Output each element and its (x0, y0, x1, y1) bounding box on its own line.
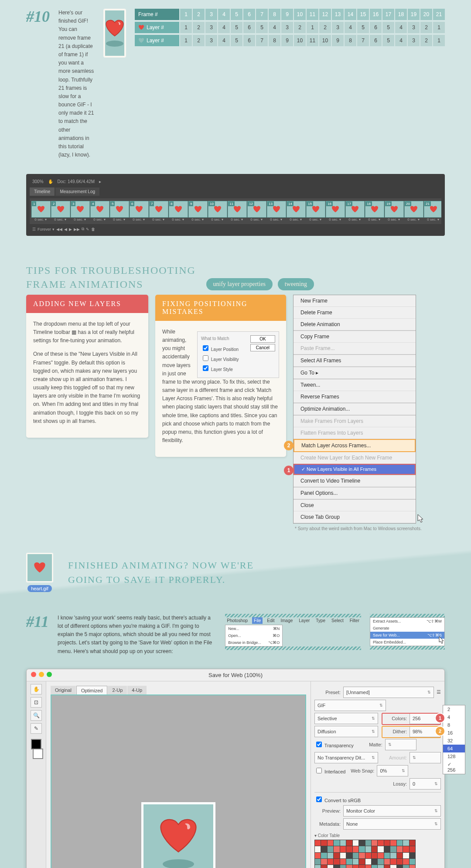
transp-dither-select[interactable]: No Transparency Dit... (314, 752, 378, 763)
tag-tweening: tweening (278, 278, 314, 290)
tab-4up[interactable]: 4-Up (127, 686, 147, 695)
cursor-icon (438, 636, 447, 644)
reduction-select[interactable]: Selective (314, 713, 378, 724)
tab-2up[interactable]: 2-Up (108, 686, 127, 695)
photoshop-timeline: 300%✋Doc: 149.6K/4.42M▸ TimelineMeasurem… (26, 174, 445, 236)
background-swatch[interactable] (33, 749, 43, 759)
finished-heading: FINISHED ANIMATING? NOW WE'RE GOING TO S… (68, 558, 254, 587)
hand-tool[interactable]: ✋ (31, 684, 42, 694)
preview-select[interactable]: Monitor Color (343, 805, 441, 817)
screenshot-note: * Sorry about the weird switch from Mac … (293, 524, 423, 531)
cursor-icon (416, 514, 426, 523)
heart-icon (34, 562, 46, 573)
heart-icon (159, 818, 198, 854)
ok-button[interactable]: OK (250, 335, 275, 343)
tab-timeline[interactable]: Timeline (30, 187, 55, 196)
match-layer-panel: OKCancel What to Match Layer Position La… (197, 331, 279, 378)
color-table-grid[interactable] (314, 840, 416, 868)
step11-text: I know 'saving your work' seems really b… (58, 614, 216, 656)
srgb-check[interactable]: Convert to sRGB (314, 795, 361, 803)
lossy-input[interactable]: 0 (410, 778, 441, 790)
interlaced-check[interactable]: Interlaced (314, 766, 345, 775)
card-fixing-positioning: FIXING POSITIONING MISTAKES OKCancel Wha… (155, 295, 286, 457)
heart-gif-chip: heart.gif (26, 553, 53, 592)
preset-select[interactable]: [Unnamed] (343, 687, 434, 698)
transparency-check[interactable]: Transparency (314, 740, 354, 749)
colors-flyout[interactable]: 248163264128✓ 256 (443, 705, 465, 774)
tag-unify: unify layer properties (206, 278, 273, 290)
timeline-context-menu[interactable]: New FrameDelete FrameDelete AnimationCop… (293, 295, 416, 524)
tab-measurement[interactable]: Measurement Log (55, 187, 99, 196)
save-for-web-dialog: Save for Web (100%) ✋ ⊡ 🔍 ✎ Original Opt… (26, 669, 445, 868)
eyedropper-tool[interactable]: ✎ (31, 723, 42, 734)
step10-text: Here's our finished GIF! You can remove … (58, 9, 95, 159)
zoom-tool[interactable]: 🔍 (31, 710, 42, 721)
heart-icon (105, 20, 124, 37)
photoshop-menu: PhotoshopFileEditImageLayerTypeSelectFil… (225, 614, 361, 650)
tab-original[interactable]: Original (51, 686, 76, 695)
card-adding-layers: ADDING NEW LAYERS The dropdown menu at t… (26, 295, 148, 438)
heart-preview-card (103, 9, 126, 58)
matte-select[interactable] (385, 739, 416, 750)
step-number: #10 (26, 9, 50, 24)
metadata-select[interactable]: None (343, 818, 441, 830)
sfw-toolbar: ✋ ⊡ 🔍 ✎ (27, 681, 46, 868)
foreground-swatch[interactable] (31, 739, 41, 749)
badge-2: 2 (435, 726, 445, 736)
tab-optimized[interactable]: Optimized (76, 686, 108, 695)
slice-tool[interactable]: ⊡ (31, 697, 42, 708)
websnap-input[interactable]: 0% (377, 765, 408, 776)
preview-canvas: GIF536.6K8 sec @ 56.6 Kbps ▾ 98% ditherS… (51, 694, 306, 868)
step-number: #11 (26, 614, 49, 630)
dither-select[interactable]: Diffusion (314, 726, 378, 737)
format-select[interactable]: GIF (314, 700, 386, 711)
heart-shadow (106, 41, 123, 47)
cancel-button[interactable]: Cancel (250, 344, 275, 351)
frame-table: Frame #123456789101112131415161718192021… (135, 9, 445, 48)
badge-1: 1 (435, 713, 445, 723)
